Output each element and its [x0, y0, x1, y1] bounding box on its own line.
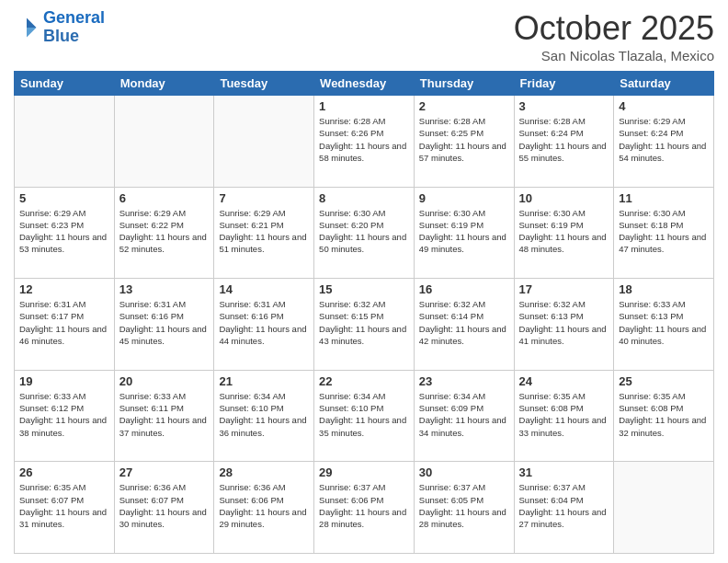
- calendar-cell: 20Sunrise: 6:33 AM Sunset: 6:11 PM Dayli…: [114, 370, 214, 462]
- day-info: Sunrise: 6:28 AM Sunset: 6:26 PM Dayligh…: [319, 115, 409, 164]
- header-friday: Friday: [514, 72, 614, 96]
- header-thursday: Thursday: [414, 72, 514, 96]
- day-info: Sunrise: 6:28 AM Sunset: 6:24 PM Dayligh…: [519, 115, 609, 164]
- calendar-cell: 23Sunrise: 6:34 AM Sunset: 6:09 PM Dayli…: [414, 370, 514, 462]
- day-info: Sunrise: 6:34 AM Sunset: 6:10 PM Dayligh…: [219, 390, 309, 439]
- day-info: Sunrise: 6:31 AM Sunset: 6:16 PM Dayligh…: [119, 298, 210, 347]
- calendar-cell: 30Sunrise: 6:37 AM Sunset: 6:05 PM Dayli…: [414, 462, 514, 554]
- calendar-cell: 27Sunrise: 6:36 AM Sunset: 6:07 PM Dayli…: [114, 462, 214, 554]
- logo-icon: [14, 15, 40, 40]
- day-info: Sunrise: 6:30 AM Sunset: 6:19 PM Dayligh…: [519, 207, 609, 256]
- day-number: 5: [19, 191, 109, 205]
- calendar-table: Sunday Monday Tuesday Wednesday Thursday…: [14, 71, 714, 554]
- location-subtitle: San Nicolas Tlazala, Mexico: [514, 48, 714, 63]
- svg-marker-1: [27, 28, 37, 38]
- day-info: Sunrise: 6:30 AM Sunset: 6:20 PM Dayligh…: [319, 207, 409, 256]
- day-number: 14: [219, 282, 309, 296]
- calendar-cell: 3Sunrise: 6:28 AM Sunset: 6:24 PM Daylig…: [514, 96, 614, 188]
- day-number: 20: [119, 374, 210, 388]
- calendar-cell: 17Sunrise: 6:32 AM Sunset: 6:13 PM Dayli…: [514, 279, 614, 371]
- calendar-cell: 9Sunrise: 6:30 AM Sunset: 6:19 PM Daylig…: [414, 187, 514, 279]
- day-number: 8: [319, 191, 409, 205]
- day-number: 31: [519, 465, 609, 479]
- day-info: Sunrise: 6:35 AM Sunset: 6:07 PM Dayligh…: [19, 481, 109, 530]
- calendar-cell: 26Sunrise: 6:35 AM Sunset: 6:07 PM Dayli…: [15, 462, 115, 554]
- svg-marker-0: [27, 17, 37, 28]
- day-info: Sunrise: 6:33 AM Sunset: 6:11 PM Dayligh…: [119, 390, 210, 439]
- day-number: 26: [19, 465, 109, 479]
- day-number: 19: [19, 374, 109, 388]
- calendar-cell: [114, 96, 214, 188]
- calendar-cell: [214, 96, 314, 188]
- day-number: 6: [119, 191, 210, 205]
- calendar-cell: 15Sunrise: 6:32 AM Sunset: 6:15 PM Dayli…: [314, 279, 415, 371]
- day-number: 11: [619, 191, 709, 205]
- calendar-cell: 5Sunrise: 6:29 AM Sunset: 6:23 PM Daylig…: [15, 187, 115, 279]
- day-number: 1: [319, 99, 409, 113]
- calendar-cell: 18Sunrise: 6:33 AM Sunset: 6:13 PM Dayli…: [614, 279, 714, 371]
- day-number: 28: [219, 465, 309, 479]
- day-number: 3: [519, 99, 609, 113]
- day-info: Sunrise: 6:35 AM Sunset: 6:08 PM Dayligh…: [619, 390, 709, 439]
- day-number: 2: [419, 99, 509, 113]
- calendar-cell: 21Sunrise: 6:34 AM Sunset: 6:10 PM Dayli…: [214, 370, 314, 462]
- calendar-cell: 7Sunrise: 6:29 AM Sunset: 6:21 PM Daylig…: [214, 187, 314, 279]
- weekday-row: Sunday Monday Tuesday Wednesday Thursday…: [15, 72, 714, 96]
- calendar-cell: 12Sunrise: 6:31 AM Sunset: 6:17 PM Dayli…: [15, 279, 115, 371]
- calendar-header: Sunday Monday Tuesday Wednesday Thursday…: [15, 72, 714, 96]
- calendar-cell: 1Sunrise: 6:28 AM Sunset: 6:26 PM Daylig…: [314, 96, 415, 188]
- day-number: 22: [319, 374, 409, 388]
- calendar-cell: 4Sunrise: 6:29 AM Sunset: 6:24 PM Daylig…: [614, 96, 714, 188]
- day-number: 21: [219, 374, 309, 388]
- day-info: Sunrise: 6:30 AM Sunset: 6:18 PM Dayligh…: [619, 207, 709, 256]
- calendar-cell: 8Sunrise: 6:30 AM Sunset: 6:20 PM Daylig…: [314, 187, 415, 279]
- day-info: Sunrise: 6:29 AM Sunset: 6:22 PM Dayligh…: [119, 207, 210, 256]
- logo-text: General Blue: [43, 9, 105, 46]
- day-info: Sunrise: 6:37 AM Sunset: 6:06 PM Dayligh…: [319, 481, 409, 530]
- day-info: Sunrise: 6:33 AM Sunset: 6:13 PM Dayligh…: [619, 298, 709, 347]
- day-info: Sunrise: 6:30 AM Sunset: 6:19 PM Dayligh…: [419, 207, 509, 256]
- day-info: Sunrise: 6:28 AM Sunset: 6:25 PM Dayligh…: [419, 115, 509, 164]
- calendar-cell: 19Sunrise: 6:33 AM Sunset: 6:12 PM Dayli…: [15, 370, 115, 462]
- week-row-1: 5Sunrise: 6:29 AM Sunset: 6:23 PM Daylig…: [15, 187, 714, 279]
- header-tuesday: Tuesday: [214, 72, 314, 96]
- calendar-cell: 25Sunrise: 6:35 AM Sunset: 6:08 PM Dayli…: [614, 370, 714, 462]
- day-number: 17: [519, 282, 609, 296]
- day-number: 16: [419, 282, 509, 296]
- day-number: 7: [219, 191, 309, 205]
- header: General Blue October 2025 San Nicolas Tl…: [14, 9, 714, 63]
- day-number: 9: [419, 191, 509, 205]
- day-number: 15: [319, 282, 409, 296]
- header-monday: Monday: [114, 72, 214, 96]
- calendar-cell: 10Sunrise: 6:30 AM Sunset: 6:19 PM Dayli…: [514, 187, 614, 279]
- calendar-cell: 13Sunrise: 6:31 AM Sunset: 6:16 PM Dayli…: [114, 279, 214, 371]
- header-sunday: Sunday: [15, 72, 115, 96]
- day-number: 24: [519, 374, 609, 388]
- calendar-cell: 11Sunrise: 6:30 AM Sunset: 6:18 PM Dayli…: [614, 187, 714, 279]
- day-number: 30: [419, 465, 509, 479]
- calendar-cell: [614, 462, 714, 554]
- day-number: 29: [319, 465, 409, 479]
- day-info: Sunrise: 6:37 AM Sunset: 6:05 PM Dayligh…: [419, 481, 509, 530]
- calendar-cell: 2Sunrise: 6:28 AM Sunset: 6:25 PM Daylig…: [414, 96, 514, 188]
- day-info: Sunrise: 6:29 AM Sunset: 6:23 PM Dayligh…: [19, 207, 109, 256]
- day-number: 4: [619, 99, 709, 113]
- day-number: 18: [619, 282, 709, 296]
- day-info: Sunrise: 6:36 AM Sunset: 6:07 PM Dayligh…: [119, 481, 210, 530]
- day-info: Sunrise: 6:35 AM Sunset: 6:08 PM Dayligh…: [519, 390, 609, 439]
- calendar-cell: 16Sunrise: 6:32 AM Sunset: 6:14 PM Dayli…: [414, 279, 514, 371]
- day-info: Sunrise: 6:32 AM Sunset: 6:13 PM Dayligh…: [519, 298, 609, 347]
- week-row-0: 1Sunrise: 6:28 AM Sunset: 6:26 PM Daylig…: [15, 96, 714, 188]
- day-info: Sunrise: 6:37 AM Sunset: 6:04 PM Dayligh…: [519, 481, 609, 530]
- day-number: 12: [19, 282, 109, 296]
- day-info: Sunrise: 6:31 AM Sunset: 6:16 PM Dayligh…: [219, 298, 309, 347]
- calendar-cell: 24Sunrise: 6:35 AM Sunset: 6:08 PM Dayli…: [514, 370, 614, 462]
- calendar-cell: 6Sunrise: 6:29 AM Sunset: 6:22 PM Daylig…: [114, 187, 214, 279]
- calendar-cell: 14Sunrise: 6:31 AM Sunset: 6:16 PM Dayli…: [214, 279, 314, 371]
- header-saturday: Saturday: [614, 72, 714, 96]
- calendar-cell: [15, 96, 115, 188]
- header-wednesday: Wednesday: [314, 72, 415, 96]
- day-info: Sunrise: 6:34 AM Sunset: 6:10 PM Dayligh…: [319, 390, 409, 439]
- week-row-4: 26Sunrise: 6:35 AM Sunset: 6:07 PM Dayli…: [15, 462, 714, 554]
- calendar-body: 1Sunrise: 6:28 AM Sunset: 6:26 PM Daylig…: [15, 96, 714, 554]
